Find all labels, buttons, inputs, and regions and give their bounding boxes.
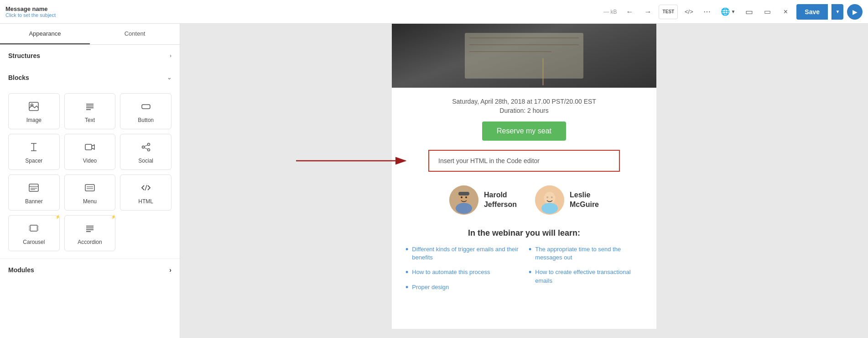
svg-rect-25 xyxy=(29,226,31,230)
bullet-4: • xyxy=(529,245,531,254)
text-icon xyxy=(85,102,95,113)
learn-item-2: • How to automate this process xyxy=(405,268,520,276)
harold-avatar-svg xyxy=(449,185,478,215)
learn-col-left: • Different kinds of trigger emails and … xyxy=(405,245,520,298)
svg-rect-6 xyxy=(142,105,150,109)
svg-point-36 xyxy=(465,196,467,198)
test-button[interactable]: TEST xyxy=(659,5,678,19)
bullet-2: • xyxy=(405,268,408,276)
message-info: Message name Click to set the subject xyxy=(5,5,600,18)
avatar-harold xyxy=(449,185,478,215)
globe-icon: 🌐 xyxy=(721,7,730,16)
learn-text-3: Proper design xyxy=(412,283,449,291)
code-editor-button[interactable]: </> xyxy=(681,5,696,19)
block-text[interactable]: Text xyxy=(64,93,116,129)
structures-label: Structures xyxy=(8,52,40,59)
save-button[interactable]: Save xyxy=(796,4,828,20)
bullet-3: • xyxy=(405,283,408,291)
svg-line-14 xyxy=(144,145,148,147)
harold-name: Harold Jefferson xyxy=(484,190,517,210)
blocks-grid: Image Text Button Spacer xyxy=(0,89,180,259)
subject-placeholder[interactable]: Click to set the subject xyxy=(5,12,600,18)
bullet-1: • xyxy=(405,245,408,254)
email-preview: Saturday, April 28th, 2018 at 17.00 PST/… xyxy=(392,24,656,329)
svg-point-38 xyxy=(456,203,472,214)
learn-text-1: Different kinds of trigger emails and th… xyxy=(412,245,520,262)
blocks-header[interactable]: Blocks ⌄ xyxy=(0,67,180,89)
pointer-arrow xyxy=(282,147,410,174)
event-duration: Duration: 2 hours xyxy=(405,107,643,114)
block-image[interactable]: Image xyxy=(8,93,60,129)
modules-header[interactable]: Modules › xyxy=(0,259,180,281)
duplicate-button[interactable]: ▭ xyxy=(742,5,756,19)
block-menu[interactable]: Menu xyxy=(64,174,116,211)
learn-section: In the webinar you will learn: • Differe… xyxy=(392,219,656,307)
svg-point-35 xyxy=(461,196,463,198)
block-carousel[interactable]: ⚡ Carousel xyxy=(8,215,60,251)
accordion-label: Accordion xyxy=(78,239,102,245)
learn-item-3: • Proper design xyxy=(405,283,520,291)
bullet-5: • xyxy=(529,268,531,276)
structures-header[interactable]: Structures › xyxy=(0,45,180,67)
main-layout: Appearance Content Structures › Blocks ⌄… xyxy=(0,24,868,338)
banner-icon xyxy=(29,183,39,195)
html-placeholder: Insert your HTML in the Code editor xyxy=(428,150,620,172)
learn-item-5: • How to create effective transactional … xyxy=(529,268,643,285)
play-button[interactable]: ▶ xyxy=(847,4,863,20)
leslie-avatar-svg xyxy=(535,185,564,215)
svg-rect-16 xyxy=(29,184,38,191)
spacer-label: Spacer xyxy=(25,158,42,164)
avatar-leslie xyxy=(535,185,564,215)
social-icon xyxy=(141,143,151,154)
save-dropdown-icon: ▼ xyxy=(836,9,840,14)
html-label: HTML xyxy=(138,198,153,205)
image-label: Image xyxy=(26,117,42,123)
message-name: Message name xyxy=(5,5,600,12)
blocks-chevron: ⌄ xyxy=(167,74,172,81)
event-date: Saturday, April 28th, 2018 at 17.00 PST/… xyxy=(405,98,643,105)
text-label: Text xyxy=(85,117,95,123)
carousel-label: Carousel xyxy=(23,239,45,245)
html-block-wrapper: Insert your HTML in the Code editor xyxy=(392,145,656,176)
carousel-icon xyxy=(29,224,39,235)
block-button[interactable]: Button xyxy=(120,93,172,129)
preview-header-image xyxy=(392,24,656,88)
accordion-lightning-badge: ⚡ xyxy=(111,215,116,219)
back-button[interactable]: ← xyxy=(622,5,637,19)
menu-icon xyxy=(85,183,95,195)
forward-button[interactable]: → xyxy=(640,5,655,19)
language-selector[interactable]: 🌐 ▼ xyxy=(718,5,738,19)
html-icon xyxy=(141,183,151,195)
top-bar: Message name Click to set the subject — … xyxy=(0,0,868,24)
preview-button[interactable]: ▭ xyxy=(760,5,774,19)
reserve-button[interactable]: Reserve my seat xyxy=(482,121,566,141)
accordion-icon xyxy=(85,224,95,235)
button-icon xyxy=(141,102,151,113)
carousel-lightning-badge: ⚡ xyxy=(55,215,60,219)
speaker-harold: Harold Jefferson xyxy=(449,185,517,215)
block-banner[interactable]: Banner xyxy=(8,174,60,211)
globe-chevron: ▼ xyxy=(731,9,735,14)
speakers-row: Harold Jefferson xyxy=(392,176,656,219)
tab-content[interactable]: Content xyxy=(90,24,180,44)
svg-point-11 xyxy=(147,143,150,146)
close-button[interactable]: × xyxy=(778,5,793,19)
svg-point-44 xyxy=(544,195,548,199)
tab-appearance[interactable]: Appearance xyxy=(0,24,90,44)
svg-rect-20 xyxy=(85,185,94,191)
more-options-button[interactable]: ⋯ xyxy=(700,5,714,19)
block-accordion[interactable]: ⚡ Accordion xyxy=(64,215,116,251)
block-html[interactable]: HTML xyxy=(120,174,172,211)
save-dropdown-button[interactable]: ▼ xyxy=(832,4,843,20)
sidebar: Appearance Content Structures › Blocks ⌄… xyxy=(0,24,180,338)
block-social[interactable]: Social xyxy=(120,134,172,170)
svg-point-13 xyxy=(147,149,150,151)
button-label: Button xyxy=(138,117,154,123)
block-video[interactable]: Video xyxy=(64,134,116,170)
learn-text-2: How to automate this process xyxy=(412,268,490,276)
svg-point-12 xyxy=(142,146,144,148)
block-spacer[interactable]: Spacer xyxy=(8,134,60,170)
modules-chevron: › xyxy=(169,266,172,274)
event-info: Saturday, April 28th, 2018 at 17.00 PST/… xyxy=(392,88,656,145)
svg-rect-24 xyxy=(30,225,37,231)
